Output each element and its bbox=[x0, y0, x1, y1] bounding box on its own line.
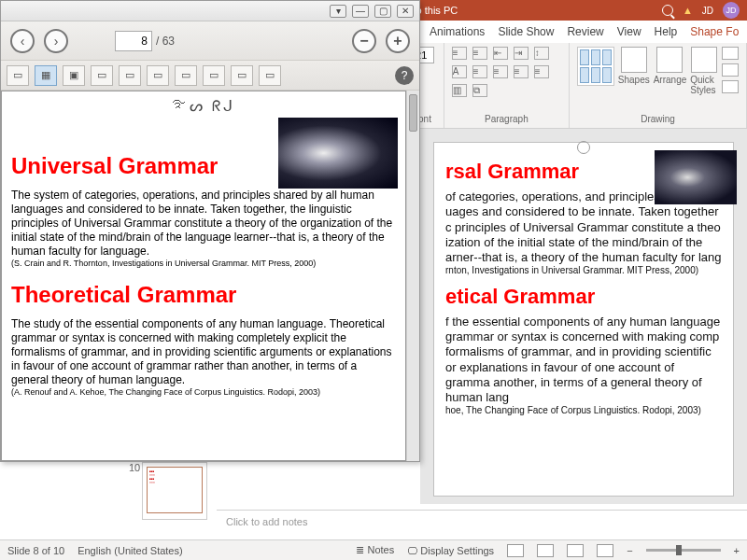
indent-inc-icon[interactable]: ⇥ bbox=[514, 47, 529, 60]
status-bar: Slide 8 of 10 English (United States) ≣ … bbox=[0, 539, 747, 560]
tab-view[interactable]: View bbox=[617, 25, 641, 38]
cite-theoretical: (A. Renouf and A. Kehoe, The Changing Fa… bbox=[11, 387, 396, 398]
drawing-group-label: Drawing bbox=[577, 114, 739, 124]
warning-icon[interactable]: ▲ bbox=[683, 5, 693, 16]
pdf-tools-toolbar: ▭ ▦ ▣ ▭ ▭ ▭ ▭ ▭ ▭ ▭ ? bbox=[1, 61, 419, 91]
tab-slideshow[interactable]: Slide Show bbox=[498, 25, 554, 38]
page-total: / 63 bbox=[156, 35, 175, 48]
user-initials-text: JD bbox=[702, 6, 713, 16]
shapes-button[interactable]: Shapes bbox=[618, 47, 650, 85]
view-reading-icon[interactable] bbox=[567, 544, 584, 557]
drawing-group: Shapes Arrange Quick Styles Drawing bbox=[570, 43, 747, 128]
search-icon[interactable] bbox=[662, 5, 673, 16]
tool9-icon[interactable]: ▭ bbox=[231, 65, 253, 86]
paragraph-group: ≡ ≡ ⇤ ⇥ ↕ A ≡ ≡ ≡ ≡ ▥ ⧉ Paragraph bbox=[444, 43, 570, 128]
ppt-slide-canvas: rsal Grammar of categories, operations, … bbox=[420, 129, 747, 504]
thumb-number: 10 bbox=[129, 462, 140, 473]
zoom-in-button[interactable]: + bbox=[386, 29, 410, 53]
avatar[interactable]: JD bbox=[723, 2, 740, 19]
galaxy-image[interactable] bbox=[655, 150, 737, 204]
collapse-icon[interactable]: ▾ bbox=[330, 5, 346, 18]
tab-animations[interactable]: Animations bbox=[430, 25, 485, 38]
tool2-icon[interactable]: ▦ bbox=[35, 65, 57, 86]
tab-review[interactable]: Review bbox=[567, 25, 603, 38]
tool10-icon[interactable]: ▭ bbox=[259, 65, 281, 86]
line-spacing-icon[interactable]: ↕ bbox=[534, 47, 549, 60]
maximize-icon[interactable]: ▢ bbox=[374, 5, 391, 18]
slide-thumbnail[interactable]: ■■■━━━■■■━━━ bbox=[142, 462, 207, 520]
notes-button[interactable]: ≣ Notes bbox=[356, 544, 394, 556]
view-normal-icon[interactable] bbox=[507, 544, 524, 557]
pdf-nav-toolbar: ‹ › / 63 − + bbox=[1, 21, 419, 61]
shape-effects-icon[interactable] bbox=[722, 80, 739, 93]
align-justify-icon[interactable]: ≡ bbox=[534, 65, 549, 78]
rotate-handle-icon[interactable] bbox=[577, 141, 590, 154]
bullets-icon[interactable]: ≡ bbox=[452, 47, 467, 60]
help-icon[interactable]: ? bbox=[395, 66, 414, 85]
galaxy-image bbox=[278, 118, 398, 189]
status-slide[interactable]: Slide 8 of 10 bbox=[7, 545, 64, 556]
pdf-content: ࿐ᔕ ᖇᒍ Universal Grammar The system of ca… bbox=[1, 91, 419, 461]
tool1-icon[interactable]: ▭ bbox=[7, 65, 29, 86]
slide[interactable]: rsal Grammar of categories, operations, … bbox=[433, 142, 734, 497]
para-theoretical: f the essential components of any human … bbox=[445, 315, 722, 406]
arrange-button[interactable]: Arrange bbox=[654, 47, 687, 85]
page-input[interactable] bbox=[115, 31, 152, 51]
smartart-icon[interactable]: ⧉ bbox=[472, 84, 487, 97]
tool4-icon[interactable]: ▭ bbox=[91, 65, 113, 86]
scrollbar[interactable] bbox=[406, 91, 419, 461]
pdf-titlebar: ▾ — ▢ ✕ bbox=[1, 1, 419, 21]
zoom-out-icon[interactable]: − bbox=[627, 545, 632, 556]
zoom-in-icon[interactable]: + bbox=[734, 545, 740, 556]
pdf-page[interactable]: ࿐ᔕ ᖇᒍ Universal Grammar The system of ca… bbox=[1, 91, 406, 461]
cite-universal: (S. Crain and R. Thornton, Investigation… bbox=[11, 259, 396, 269]
indent-dec-icon[interactable]: ⇤ bbox=[493, 47, 508, 60]
align-left-icon[interactable]: ≡ bbox=[472, 65, 487, 78]
tab-shape-format[interactable]: Shape Fo bbox=[690, 25, 739, 38]
para-theoretical: The study of the essential components of… bbox=[11, 317, 396, 387]
shape-fill-icon[interactable] bbox=[722, 47, 739, 60]
align-center-icon[interactable]: ≡ bbox=[493, 65, 508, 78]
status-lang[interactable]: English (United States) bbox=[78, 545, 183, 556]
paragraph-group-label: Paragraph bbox=[452, 114, 561, 124]
tool7-icon[interactable]: ▭ bbox=[175, 65, 197, 86]
cite-theoretical: hoe, The Changing Face of Corpus Linguis… bbox=[445, 405, 722, 417]
display-settings-button[interactable]: 🖵 Display Settings bbox=[407, 545, 494, 556]
shape-gallery[interactable] bbox=[577, 47, 614, 86]
zoom-slider[interactable] bbox=[646, 549, 721, 552]
text-dir-icon[interactable]: A bbox=[452, 65, 467, 78]
next-page-button[interactable]: › bbox=[44, 29, 68, 53]
columns-icon[interactable]: ▥ bbox=[452, 84, 467, 97]
view-slideshow-icon[interactable] bbox=[597, 544, 613, 557]
prev-page-button[interactable]: ‹ bbox=[10, 29, 35, 53]
align-right-icon[interactable]: ≡ bbox=[514, 65, 529, 78]
shape-outline-icon[interactable] bbox=[722, 63, 739, 77]
tool6-icon[interactable]: ▭ bbox=[147, 65, 169, 86]
close-icon[interactable]: ✕ bbox=[397, 5, 414, 18]
para-universal: The system of categories, operations, an… bbox=[11, 189, 396, 259]
quick-styles-button[interactable]: Quick Styles bbox=[690, 47, 718, 95]
tab-help[interactable]: Help bbox=[655, 25, 678, 38]
cite-universal: rnton, Investigations in Universal Gramm… bbox=[445, 265, 722, 277]
scroll-thumb[interactable] bbox=[409, 94, 417, 132]
notes-placeholder: Click to add notes bbox=[226, 516, 307, 527]
notes-pane[interactable]: Click to add notes bbox=[217, 510, 747, 536]
heading-theoretical: etical Grammar bbox=[445, 285, 722, 309]
heading-theoretical: Theoretical Grammar bbox=[11, 282, 396, 308]
zoom-out-button[interactable]: − bbox=[352, 29, 376, 53]
tool5-icon[interactable]: ▭ bbox=[119, 65, 141, 86]
view-sorter-icon[interactable] bbox=[537, 544, 554, 557]
numbering-icon[interactable]: ≡ bbox=[472, 47, 487, 60]
tool3-icon[interactable]: ▣ bbox=[63, 65, 85, 86]
pdf-viewer-window: ▾ — ▢ ✕ ‹ › / 63 − + ▭ ▦ ▣ ▭ ▭ ▭ ▭ ▭ ▭ ▭… bbox=[0, 0, 420, 462]
tool8-icon[interactable]: ▭ bbox=[203, 65, 225, 86]
minimize-icon[interactable]: — bbox=[352, 5, 369, 18]
